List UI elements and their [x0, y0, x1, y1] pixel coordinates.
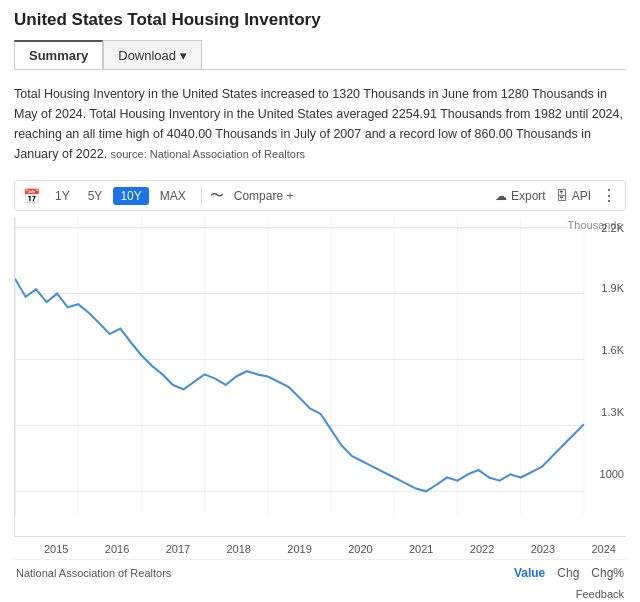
x-label-2017: 2017 — [166, 543, 190, 555]
x-label-2019: 2019 — [287, 543, 311, 555]
export-icon: ☁ — [495, 189, 507, 203]
export-button[interactable]: ☁ Export — [495, 189, 546, 203]
period-max-button[interactable]: MAX — [153, 187, 193, 205]
chevron-down-icon: ▾ — [180, 48, 187, 63]
x-label-2020: 2020 — [348, 543, 372, 555]
compare-button[interactable]: Compare + — [228, 187, 300, 205]
line-chart — [15, 217, 626, 536]
y-label-2200: 2.2K — [601, 222, 624, 234]
x-label-2016: 2016 — [105, 543, 129, 555]
more-options-button[interactable]: ⋮ — [601, 186, 617, 205]
toolbar-left: 📅 1Y 5Y 10Y MAX 〜 Compare + — [23, 187, 489, 205]
summary-text: Total Housing Inventory in the United St… — [14, 80, 626, 168]
period-10y-button[interactable]: 10Y — [113, 187, 148, 205]
period-1y-button[interactable]: 1Y — [48, 187, 77, 205]
x-label-2022: 2022 — [470, 543, 494, 555]
page-title: United States Total Housing Inventory — [14, 10, 626, 30]
period-5y-button[interactable]: 5Y — [81, 187, 110, 205]
line-chart-icon[interactable]: 〜 — [210, 187, 224, 205]
toolbar-divider — [201, 187, 202, 205]
tab-download[interactable]: Download ▾ — [103, 40, 202, 69]
x-label-2015: 2015 — [44, 543, 68, 555]
footer-value-link[interactable]: Value — [514, 566, 545, 580]
y-label-1600: 1.6K — [601, 344, 624, 356]
y-label-1000: 1000 — [600, 468, 624, 480]
api-button[interactable]: 🗄 API — [556, 189, 591, 203]
footer-links: Value Chg Chg% — [514, 566, 624, 580]
toolbar: 📅 1Y 5Y 10Y MAX 〜 Compare + ☁ Export 🗄 A… — [14, 180, 626, 211]
tab-summary[interactable]: Summary — [14, 40, 103, 69]
source-label: source: National Association of Realtors — [111, 148, 305, 160]
x-axis: 2015 2016 2017 2018 2019 2020 2021 2022 … — [14, 539, 626, 559]
database-icon: 🗄 — [556, 189, 568, 203]
tabs-bar: Summary Download ▾ — [14, 40, 626, 70]
toolbar-right: ☁ Export 🗄 API ⋮ — [495, 186, 617, 205]
footer-chg-link[interactable]: Chg — [557, 566, 579, 580]
y-label-1900: 1.9K — [601, 282, 624, 294]
feedback-link[interactable]: Feedback — [14, 584, 626, 602]
x-label-2021: 2021 — [409, 543, 433, 555]
footer-row: National Association of Realtors Value C… — [14, 559, 626, 584]
y-label-1300: 1.3K — [601, 406, 624, 418]
x-label-2018: 2018 — [226, 543, 250, 555]
footer-chgpct-link[interactable]: Chg% — [591, 566, 624, 580]
calendar-icon[interactable]: 📅 — [23, 188, 40, 204]
x-label-2023: 2023 — [531, 543, 555, 555]
footer-source-label: National Association of Realtors — [16, 567, 171, 579]
x-label-2024: 2024 — [591, 543, 615, 555]
chart-area: Thousands 2.2K 1.9K 1.6K — [14, 217, 626, 537]
